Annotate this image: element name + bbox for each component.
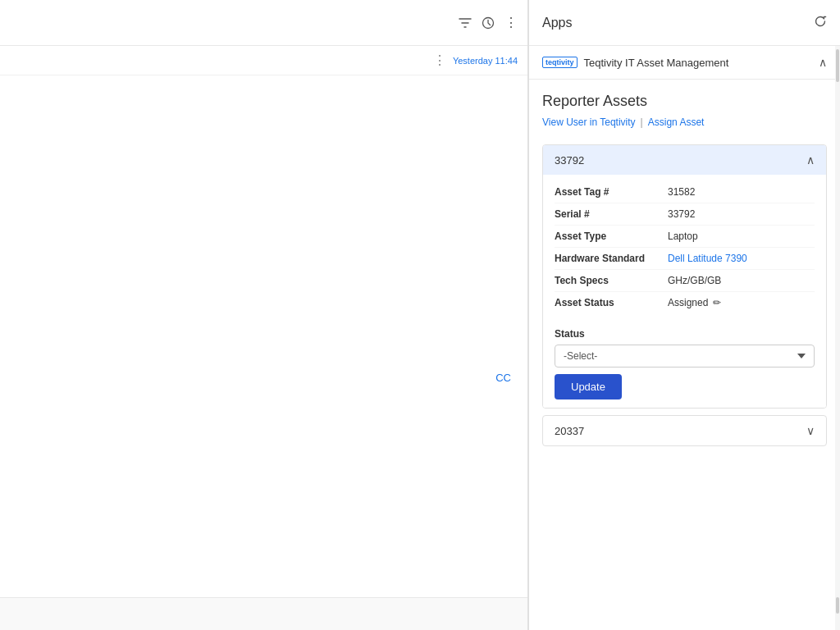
- asset-id-20337: 20337: [555, 425, 584, 437]
- serial-label: Serial #: [555, 208, 661, 220]
- timestamp-row: ⋮ Yesterday 11:44: [0, 46, 527, 75]
- asset-row-serial: Serial # 33792: [555, 203, 815, 226]
- toolbar: ⋮: [0, 0, 527, 46]
- asset-card-header-20337[interactable]: 20337 ∨: [543, 416, 826, 445]
- left-panel: ⋮ ⋮ Yesterday 11:44 CC: [0, 0, 528, 630]
- serial-value: 33792: [668, 208, 815, 220]
- asset-expand-icon-20337[interactable]: ∨: [806, 424, 815, 437]
- reporter-links: View User in Teqtivity | Assign Asset: [542, 116, 827, 128]
- teqtivity-logo: teqtivity: [542, 57, 578, 68]
- teqtivity-collapse-icon[interactable]: ∧: [819, 56, 827, 69]
- view-user-link[interactable]: View User in Teqtivity: [542, 116, 636, 128]
- status-dropdown-label: Status: [555, 328, 815, 340]
- cc-label: CC: [495, 372, 511, 384]
- reporter-assets-title: Reporter Assets: [542, 93, 827, 110]
- asset-collapse-icon-33792[interactable]: ∧: [806, 153, 815, 167]
- hardware-standard-value[interactable]: Dell Latitude 7390: [668, 253, 815, 264]
- teqtivity-section-header[interactable]: teqtivity Teqtivity IT Asset Management …: [529, 46, 840, 80]
- scroll-thumb-bottom: [836, 597, 839, 614]
- reporter-assets-section: Reporter Assets View User in Teqtivity |…: [529, 80, 840, 144]
- asset-card-33792: 33792 ∧ Asset Tag # 31582 Serial # 33792…: [542, 144, 827, 409]
- apps-body: teqtivity Teqtivity IT Asset Management …: [529, 46, 840, 630]
- status-update-section: Status -Select- Assigned Available In Re…: [543, 320, 826, 408]
- asset-status-row: Assigned ✏: [668, 297, 721, 308]
- asset-status-label: Asset Status: [555, 297, 661, 308]
- assign-asset-link[interactable]: Assign Asset: [648, 116, 705, 128]
- history-icon[interactable]: [482, 16, 495, 30]
- tech-specs-label: Tech Specs: [555, 275, 661, 286]
- content-area: ⋮ Yesterday 11:44 CC: [0, 46, 527, 597]
- filter-icon[interactable]: [459, 16, 472, 30]
- asset-row-status: Asset Status Assigned ✏: [555, 292, 815, 313]
- asset-id-33792: 33792: [555, 154, 584, 167]
- apps-panel: Apps teqtivity Teqtivity IT Asset Manage…: [528, 0, 840, 630]
- tech-specs-value: GHz/GB/GB: [668, 275, 815, 286]
- teqtivity-brand: teqtivity Teqtivity IT Asset Management: [542, 57, 728, 69]
- status-select[interactable]: -Select- Assigned Available In Repair Re…: [555, 345, 815, 368]
- asset-status-value: Assigned: [668, 297, 708, 308]
- bottom-bar: [0, 597, 527, 630]
- link-separator: |: [641, 116, 643, 128]
- teqtivity-name: Teqtivity IT Asset Management: [584, 57, 729, 69]
- apps-title: Apps: [542, 16, 572, 30]
- asset-row-hardware: Hardware Standard Dell Latitude 7390: [555, 248, 815, 270]
- timestamp: Yesterday 11:44: [453, 56, 518, 66]
- asset-card-20337: 20337 ∨: [542, 415, 827, 446]
- refresh-icon[interactable]: [814, 15, 827, 31]
- message-options-icon[interactable]: ⋮: [433, 52, 446, 68]
- asset-row-tag: Asset Tag # 31582: [555, 181, 815, 203]
- more-options-icon[interactable]: ⋮: [504, 15, 518, 30]
- asset-tag-label: Asset Tag #: [555, 186, 661, 198]
- update-button[interactable]: Update: [555, 374, 622, 399]
- right-scrollbar[interactable]: [835, 46, 840, 630]
- asset-row-tech-specs: Tech Specs GHz/GB/GB: [555, 270, 815, 292]
- scroll-thumb-top: [836, 49, 839, 82]
- apps-header: Apps: [529, 0, 840, 46]
- asset-type-value: Laptop: [668, 231, 815, 242]
- asset-card-body-33792: Asset Tag # 31582 Serial # 33792 Asset T…: [543, 175, 826, 320]
- asset-card-header-33792[interactable]: 33792 ∧: [543, 145, 826, 175]
- asset-type-label: Asset Type: [555, 231, 661, 242]
- asset-row-type: Asset Type Laptop: [555, 226, 815, 248]
- asset-tag-value: 31582: [668, 186, 815, 198]
- hardware-standard-label: Hardware Standard: [555, 253, 661, 264]
- edit-status-icon[interactable]: ✏: [713, 297, 721, 308]
